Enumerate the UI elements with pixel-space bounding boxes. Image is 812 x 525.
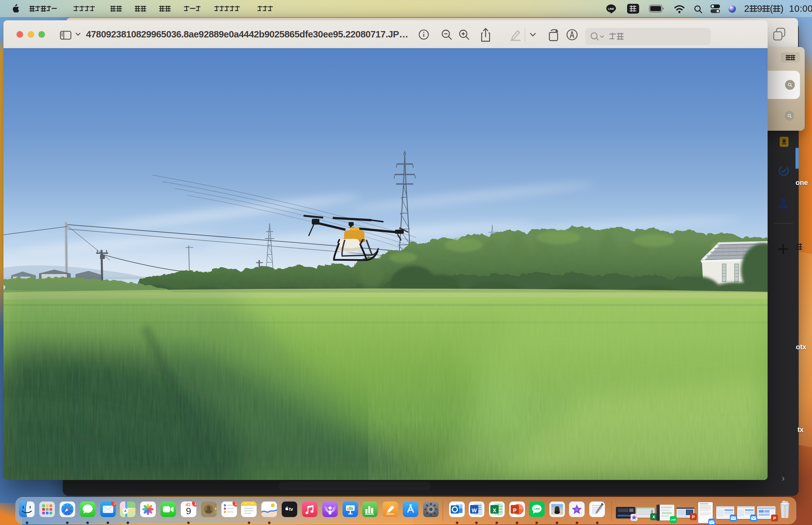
svg-text:tv: tv xyxy=(289,507,293,512)
svg-text:LINE: LINE xyxy=(534,507,540,510)
svg-text:X: X xyxy=(493,508,496,514)
svg-text:LINE: LINE xyxy=(608,7,614,11)
svg-text:W: W xyxy=(472,508,477,514)
svg-text:9: 9 xyxy=(186,506,191,516)
svg-text:P: P xyxy=(513,508,516,514)
